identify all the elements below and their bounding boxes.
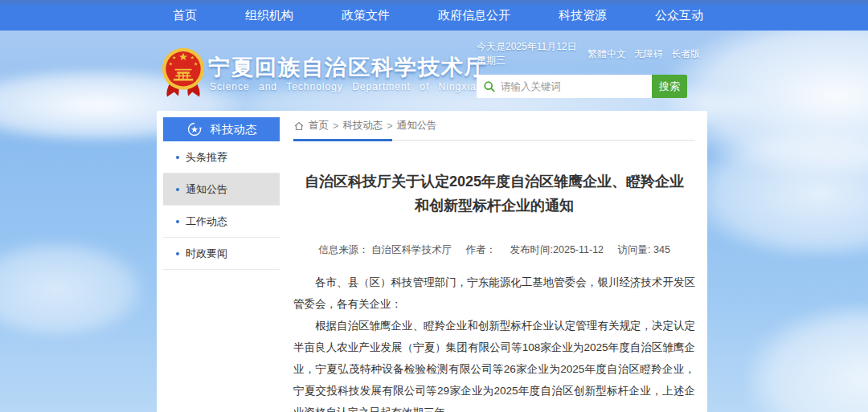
site-subtitle: Science and Technology Department of Nin… bbox=[210, 81, 477, 92]
breadcrumb-home[interactable]: 首页 bbox=[309, 119, 329, 133]
bullet-dot bbox=[176, 156, 179, 159]
article-title: 自治区科技厅关于认定2025年度自治区雏鹰企业、瞪羚企业 和创新型标杆企业的通知 bbox=[293, 169, 695, 218]
sidebar: 科技动态 头条推荐 通知公告 工作动态 时政要闻 bbox=[163, 117, 280, 270]
bullet-dot bbox=[176, 188, 179, 191]
meta-source: 信息来源： 自治区科学技术厅 bbox=[318, 244, 452, 255]
bullet-dot bbox=[176, 220, 179, 223]
cloud-decoration bbox=[691, 128, 868, 257]
link-accessibility[interactable]: 无障碍 bbox=[634, 47, 663, 61]
sidebar-item-notices[interactable]: 通知公告 bbox=[163, 173, 280, 206]
cloud-decoration bbox=[747, 305, 868, 412]
article-title-line2: 和创新型标杆企业的通知 bbox=[293, 194, 695, 218]
breadcrumb-separator: > bbox=[387, 120, 392, 132]
search-box bbox=[477, 75, 652, 98]
search-input[interactable] bbox=[501, 81, 645, 92]
nav-item-home[interactable]: 首页 bbox=[173, 8, 197, 23]
top-nav: 首页 组织机构 政策文件 政府信息公开 科技资源 公众互动 bbox=[0, 0, 868, 31]
nav-item-organization[interactable]: 组织机构 bbox=[245, 8, 293, 23]
article-title-line1: 自治区科技厅关于认定2025年度自治区雏鹰企业、瞪羚企业 bbox=[293, 169, 695, 194]
site-title: 宁夏回族自治区科学技术厅 bbox=[208, 53, 488, 82]
sidebar-item-label: 通知公告 bbox=[186, 182, 227, 197]
sidebar-item-headlines[interactable]: 头条推荐 bbox=[163, 141, 280, 173]
site-header: 宁夏回族自治区科学技术厅 Science and Technology Depa… bbox=[157, 31, 707, 111]
cloud-decoration bbox=[0, 241, 145, 337]
meta-author: 作者： bbox=[466, 244, 497, 255]
sidebar-title: 科技动态 bbox=[211, 122, 257, 137]
article-paragraph: 根据自治区雏鹰企业、瞪羚企业和创新型标杆企业认定管理有关规定，决定认定半亩良人农… bbox=[293, 315, 695, 412]
sidebar-item-label: 时政要闻 bbox=[186, 247, 227, 261]
sidebar-item-politics-news[interactable]: 时政要闻 bbox=[163, 238, 280, 270]
search-button[interactable]: 搜索 bbox=[652, 75, 687, 98]
breadcrumb: 首页 > 科技动态 > 通知公告 bbox=[293, 119, 695, 141]
nav-item-policy[interactable]: 政策文件 bbox=[342, 8, 390, 23]
article-meta: 信息来源： 自治区科学技术厅 作者： 发布时间:2025-11-12 访问量: … bbox=[293, 243, 695, 257]
nav-item-gov-info[interactable]: 政府信息公开 bbox=[438, 8, 510, 23]
breadcrumb-notices[interactable]: 通知公告 bbox=[397, 119, 437, 133]
page: 首页 组织机构 政策文件 政府信息公开 科技资源 公众互动 bbox=[0, 0, 868, 412]
sidebar-item-label: 头条推荐 bbox=[186, 150, 227, 165]
nav-item-resources[interactable]: 科技资源 bbox=[559, 8, 607, 23]
bullet-dot bbox=[176, 252, 179, 255]
national-emblem-logo bbox=[161, 47, 206, 100]
link-traditional-chinese[interactable]: 繁體中文 bbox=[588, 47, 626, 61]
link-elder-version[interactable]: 长者版 bbox=[671, 47, 700, 61]
home-icon bbox=[293, 120, 305, 132]
meta-publish-time: 发布时间:2025-11-12 bbox=[510, 244, 604, 255]
article-content: 首页 > 科技动态 > 通知公告 自治区科技厅关于认定2025年度自治区雏鹰企业… bbox=[293, 119, 695, 412]
today-date: 今天是2025年11月12日 星期三 bbox=[477, 40, 588, 67]
article-body: 各市、县（区）科技管理部门，宁东能源化工基地管委会，银川经济技术开发区管委会，各… bbox=[293, 271, 695, 412]
sidebar-header: 科技动态 bbox=[163, 117, 280, 141]
nav-item-interaction[interactable]: 公众互动 bbox=[655, 8, 703, 23]
breadcrumb-tech-news[interactable]: 科技动态 bbox=[342, 119, 383, 133]
sidebar-item-work-news[interactable]: 工作动态 bbox=[163, 206, 280, 238]
sidebar-item-label: 工作动态 bbox=[186, 214, 227, 229]
circular-arrow-star-icon bbox=[186, 121, 203, 137]
search-icon bbox=[483, 80, 496, 93]
meta-visits: 访问量: 345 bbox=[618, 244, 670, 255]
main-panel: 科技动态 头条推荐 通知公告 工作动态 时政要闻 bbox=[157, 111, 707, 412]
breadcrumb-separator: > bbox=[333, 120, 338, 132]
breadcrumb-underline bbox=[293, 139, 392, 141]
article-paragraph: 各市、县（区）科技管理部门，宁东能源化工基地管委会，银川经济技术开发区管委会，各… bbox=[293, 271, 695, 315]
